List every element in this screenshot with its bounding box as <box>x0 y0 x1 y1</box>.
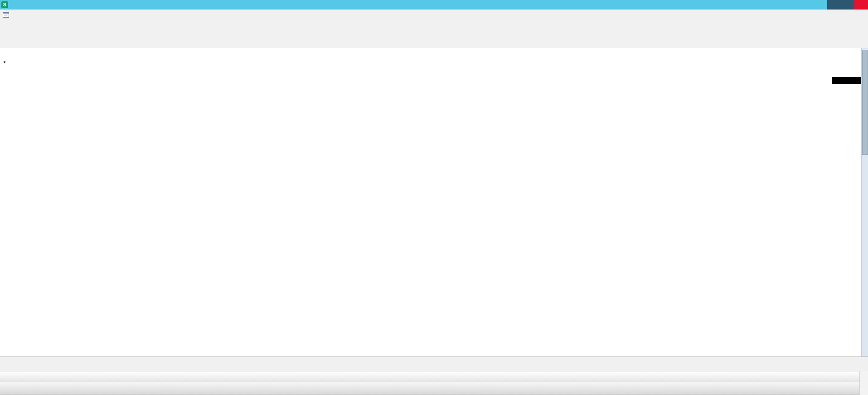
chart-vertical-scrollbar[interactable] <box>861 48 868 356</box>
chart-symbol-dropdown-icon[interactable]: ▼ <box>3 60 6 64</box>
current-price-label <box>832 77 864 84</box>
chart-window-icon <box>2 11 10 19</box>
orders-panel <box>0 369 868 395</box>
orders-table-row[interactable] <box>0 382 860 395</box>
skilling-logo-icon: S <box>1 1 8 8</box>
orders-table-header <box>0 371 860 383</box>
main-toolbar <box>0 20 868 34</box>
minimize-button[interactable] <box>827 0 841 10</box>
drawing-toolbar <box>0 34 868 48</box>
maximize-button[interactable] <box>841 0 854 10</box>
orders-scrollbar[interactable] <box>859 371 868 395</box>
chart-tab-bar <box>0 356 868 369</box>
menu-bar <box>0 10 868 21</box>
close-button[interactable] <box>854 0 868 10</box>
chart-header: ▼ <box>3 60 12 64</box>
scrollbar-thumb[interactable] <box>862 50 868 155</box>
price-chart-canvas[interactable] <box>0 48 868 356</box>
title-bar: S <box>0 0 868 10</box>
chart-area[interactable]: ▼ <box>0 48 868 356</box>
